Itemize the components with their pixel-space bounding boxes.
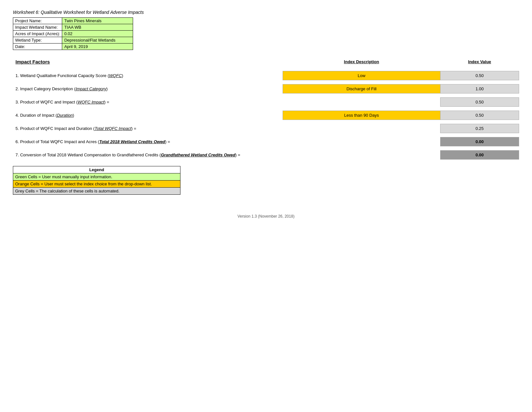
value-cell-3: 0.50: [440, 98, 519, 107]
wetland-type-value: Depressional/Flat Wetlands: [62, 37, 133, 44]
date-label: Date:: [13, 44, 62, 50]
acres-label: Acres of Impact (Acres):: [13, 31, 62, 37]
value-cell-6: 0.00: [440, 137, 519, 146]
factor-cell-5: 5. Product of WQFC Impact and Duration (…: [13, 124, 283, 133]
table-row: 3. Product of WQFC and Impact (WQFC Impa…: [13, 98, 519, 107]
factor-cell-6: 6. Product of Total WQFC Impact and Acre…: [13, 137, 283, 146]
legend-grey: Grey Cells = The calculation of these ce…: [13, 188, 180, 195]
value-cell-2: 1.00: [440, 84, 519, 93]
value-cell-1: 0.50: [440, 71, 519, 80]
main-table: Impact Factors Index Description Index V…: [13, 56, 519, 160]
table-row: 2. Impact Category Description (Impact C…: [13, 84, 519, 93]
value-cell-7: 0.00: [440, 151, 519, 160]
desc-cell-4: Less than 90 Days: [283, 111, 440, 120]
index-description-header: Index Description: [283, 56, 440, 67]
wetland-name-label: Impact Wetland Name:: [13, 24, 62, 31]
factor-cell-7: 7. Conversion of Total 2018 Wetland Comp…: [13, 151, 283, 160]
factor-cell-3: 3. Product of WQFC and Impact (WQFC Impa…: [13, 98, 283, 107]
desc-cell-3: [283, 98, 440, 107]
worksheet-title: Worksheet 6: Qualitative Worksheet for W…: [13, 10, 519, 15]
table-row: 4. Duration of Impact (Duration)Less tha…: [13, 111, 519, 120]
project-info-table: Project Name: Twin Pines Minerals Impact…: [13, 17, 133, 50]
date-value: April 9, 2019: [62, 44, 133, 50]
legend-table: Legend Green Cells = User must manually …: [13, 166, 180, 195]
table-row: 6. Product of Total WQFC Impact and Acre…: [13, 137, 519, 146]
table-row: 1. Wetland Qualitative Functional Capaci…: [13, 71, 519, 80]
desc-cell-7: [283, 151, 440, 160]
table-row: 5. Product of WQFC Impact and Duration (…: [13, 124, 519, 133]
index-value-header: Index Value: [440, 56, 519, 67]
footer: Version 1.3 (November 26, 2018): [13, 214, 519, 219]
legend-orange: Orange Cells = User must select the inde…: [13, 181, 180, 188]
wetland-name-value: TIAA WB: [62, 24, 133, 31]
value-cell-5: 0.25: [440, 124, 519, 133]
desc-cell-2: Discharge of Fill: [283, 84, 440, 93]
project-name-label: Project Name:: [13, 18, 62, 24]
factor-cell-2: 2. Impact Category Description (Impact C…: [13, 84, 283, 93]
desc-cell-1: Low: [283, 71, 440, 80]
desc-cell-6: [283, 137, 440, 146]
desc-cell-5: [283, 124, 440, 133]
factor-cell-4: 4. Duration of Impact (Duration): [13, 111, 283, 120]
wetland-type-label: Wetland Type:: [13, 37, 62, 44]
factor-cell-1: 1. Wetland Qualitative Functional Capaci…: [13, 71, 283, 80]
legend-green: Green Cells = User must manually input i…: [13, 173, 180, 181]
acres-value: 0.02: [62, 31, 133, 37]
table-row: 7. Conversion of Total 2018 Wetland Comp…: [13, 151, 519, 160]
legend-title: Legend: [13, 166, 180, 173]
impact-factors-header: Impact Factors: [13, 56, 283, 67]
project-name-value: Twin Pines Minerals: [62, 18, 133, 24]
value-cell-4: 0.50: [440, 111, 519, 120]
